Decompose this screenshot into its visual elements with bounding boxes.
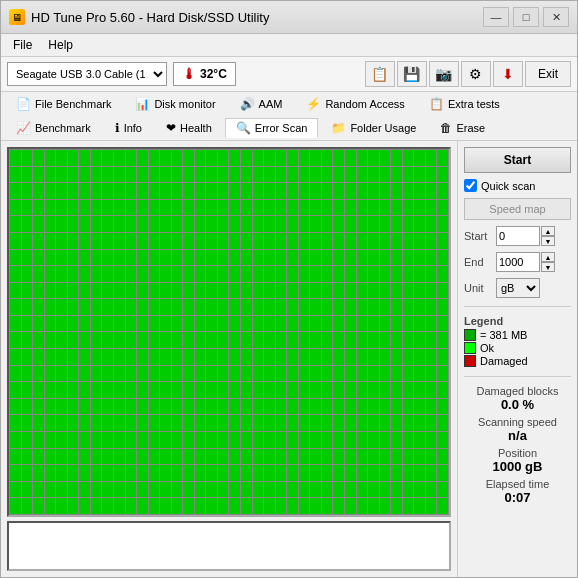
stat-damaged-blocks-label: Damaged blocks <box>464 385 571 397</box>
tab-disk-monitor[interactable]: 📊 Disk monitor <box>124 94 226 114</box>
tab-erase[interactable]: 🗑 Erase <box>429 118 496 138</box>
end-spinner-up[interactable]: ▲ <box>541 252 555 262</box>
grid-cell <box>22 366 33 382</box>
tab-file-benchmark[interactable]: 📄 File Benchmark <box>5 94 122 114</box>
grid-cell <box>68 382 79 398</box>
grid-cell <box>426 283 437 299</box>
grid-cell <box>322 349 333 365</box>
maximize-button[interactable]: □ <box>513 7 539 27</box>
tab-info[interactable]: ℹ Info <box>104 118 153 138</box>
grid-cell <box>299 482 310 498</box>
grid-cell <box>195 465 206 481</box>
close-button[interactable]: ✕ <box>543 7 569 27</box>
start-spinner-down[interactable]: ▼ <box>541 236 555 246</box>
stat-damaged-blocks: Damaged blocks 0.0 % <box>464 385 571 412</box>
grid-cell <box>403 250 414 266</box>
start-spinner-up[interactable]: ▲ <box>541 226 555 236</box>
grid-cell <box>264 449 275 465</box>
grid-cell <box>33 167 44 183</box>
end-input[interactable] <box>496 252 540 272</box>
grid-cell <box>241 482 252 498</box>
grid-cell <box>56 415 67 431</box>
end-spinner-down[interactable]: ▼ <box>541 262 555 272</box>
grid-cell <box>56 250 67 266</box>
grid-cell <box>126 316 137 332</box>
grid-cell <box>403 283 414 299</box>
grid-cell <box>91 150 102 166</box>
legend-label-ok: Ok <box>480 342 494 354</box>
speed-map-button[interactable]: Speed map <box>464 198 571 220</box>
grid-cell <box>241 316 252 332</box>
menu-help[interactable]: Help <box>40 36 81 54</box>
start-button[interactable]: Start <box>464 147 571 173</box>
start-input[interactable] <box>496 226 540 246</box>
app-icon: 🖥 <box>9 9 25 25</box>
grid-cell <box>206 449 217 465</box>
grid-cell <box>437 399 448 415</box>
menu-file[interactable]: File <box>5 36 40 54</box>
title-controls: — □ ✕ <box>483 7 569 27</box>
grid-cell <box>414 415 425 431</box>
grid-cell <box>22 382 33 398</box>
grid-cell <box>287 283 298 299</box>
grid-cell <box>287 316 298 332</box>
grid-cell <box>172 250 183 266</box>
content-area: Start Quick scan Speed map Start ▲ ▼ End <box>1 141 577 577</box>
grid-cell <box>426 432 437 448</box>
grid-cell <box>322 283 333 299</box>
grid-cell <box>183 399 194 415</box>
tab-health[interactable]: ❤ Health <box>155 118 223 138</box>
benchmark-icon: 📈 <box>16 121 31 135</box>
grid-cell <box>426 250 437 266</box>
grid-cell <box>91 349 102 365</box>
grid-cell <box>126 266 137 282</box>
stat-scanning-speed-label: Scanning speed <box>464 416 571 428</box>
grid-cell <box>229 183 240 199</box>
toolbar-btn-download[interactable]: ⬇ <box>493 61 523 87</box>
grid-cell <box>345 449 356 465</box>
unit-selector[interactable]: gB MB <box>496 278 540 298</box>
tab-folder-usage[interactable]: 📁 Folder Usage <box>320 118 427 138</box>
tab-random-access[interactable]: ⚡ Random Access <box>295 94 415 114</box>
grid-cell <box>368 150 379 166</box>
tab-benchmark[interactable]: 📈 Benchmark <box>5 118 102 138</box>
grid-cell <box>437 449 448 465</box>
divider-2 <box>464 376 571 377</box>
grid-cell <box>357 332 368 348</box>
grid-cell <box>56 449 67 465</box>
grid-cell <box>333 399 344 415</box>
quick-scan-checkbox[interactable] <box>464 179 477 192</box>
legend-item-381: = 381 MB <box>464 329 571 341</box>
toolbar-btn-2[interactable]: 💾 <box>397 61 427 87</box>
grid-cell <box>137 382 148 398</box>
grid-cell <box>149 316 160 332</box>
grid-cell <box>172 183 183 199</box>
grid-cell <box>253 332 264 348</box>
grid-cell <box>45 449 56 465</box>
grid-cell <box>10 399 21 415</box>
grid-cell <box>333 415 344 431</box>
toolbar-btn-3[interactable]: 📷 <box>429 61 459 87</box>
stat-position-value: 1000 gB <box>464 459 571 474</box>
disk-selector[interactable]: Seagate USB 3.0 Cable (1000 gB) <box>7 62 167 86</box>
grid-cell <box>206 399 217 415</box>
tab-extra-tests[interactable]: 📋 Extra tests <box>418 94 511 114</box>
toolbar-btn-1[interactable]: 📋 <box>365 61 395 87</box>
exit-button[interactable]: Exit <box>525 61 571 87</box>
grid-cell <box>287 233 298 249</box>
grid-cell <box>79 150 90 166</box>
tab-error-scan[interactable]: 🔍 Error Scan <box>225 118 319 138</box>
grid-cell <box>414 399 425 415</box>
grid-cell <box>357 415 368 431</box>
grid-cell <box>160 465 171 481</box>
toolbar-btn-4[interactable]: ⚙ <box>461 61 491 87</box>
grid-cell <box>218 482 229 498</box>
grid-cell <box>241 233 252 249</box>
grid-cell <box>68 432 79 448</box>
minimize-button[interactable]: — <box>483 7 509 27</box>
grid-cell <box>333 200 344 216</box>
grid-cell <box>10 283 21 299</box>
tab-aam[interactable]: 🔊 AAM <box>229 94 294 114</box>
grid-cell <box>183 233 194 249</box>
grid-cell <box>91 233 102 249</box>
